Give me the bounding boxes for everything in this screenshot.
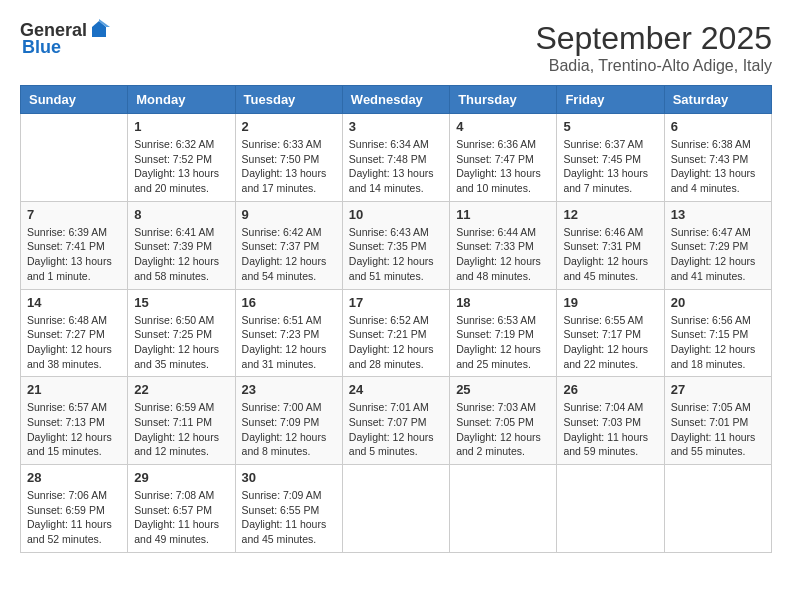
calendar-cell: 28Sunrise: 7:06 AMSunset: 6:59 PMDayligh… <box>21 465 128 553</box>
day-number: 28 <box>27 470 121 485</box>
day-number: 30 <box>242 470 336 485</box>
day-info: Sunrise: 6:53 AMSunset: 7:19 PMDaylight:… <box>456 313 550 372</box>
day-info: Sunrise: 6:46 AMSunset: 7:31 PMDaylight:… <box>563 225 657 284</box>
calendar-cell: 21Sunrise: 6:57 AMSunset: 7:13 PMDayligh… <box>21 377 128 465</box>
day-info: Sunrise: 6:41 AMSunset: 7:39 PMDaylight:… <box>134 225 228 284</box>
day-number: 10 <box>349 207 443 222</box>
calendar-cell: 25Sunrise: 7:03 AMSunset: 7:05 PMDayligh… <box>450 377 557 465</box>
day-number: 11 <box>456 207 550 222</box>
day-number: 6 <box>671 119 765 134</box>
day-info: Sunrise: 6:52 AMSunset: 7:21 PMDaylight:… <box>349 313 443 372</box>
day-number: 22 <box>134 382 228 397</box>
day-number: 26 <box>563 382 657 397</box>
day-info: Sunrise: 6:57 AMSunset: 7:13 PMDaylight:… <box>27 400 121 459</box>
day-number: 24 <box>349 382 443 397</box>
day-info: Sunrise: 7:04 AMSunset: 7:03 PMDaylight:… <box>563 400 657 459</box>
logo-blue-text: Blue <box>22 37 61 58</box>
day-number: 4 <box>456 119 550 134</box>
calendar-cell: 2Sunrise: 6:33 AMSunset: 7:50 PMDaylight… <box>235 114 342 202</box>
calendar-cell: 18Sunrise: 6:53 AMSunset: 7:19 PMDayligh… <box>450 289 557 377</box>
calendar-cell: 27Sunrise: 7:05 AMSunset: 7:01 PMDayligh… <box>664 377 771 465</box>
day-number: 12 <box>563 207 657 222</box>
day-info: Sunrise: 7:03 AMSunset: 7:05 PMDaylight:… <box>456 400 550 459</box>
day-info: Sunrise: 7:09 AMSunset: 6:55 PMDaylight:… <box>242 488 336 547</box>
calendar-week-row: 1Sunrise: 6:32 AMSunset: 7:52 PMDaylight… <box>21 114 772 202</box>
day-info: Sunrise: 6:47 AMSunset: 7:29 PMDaylight:… <box>671 225 765 284</box>
day-info: Sunrise: 6:55 AMSunset: 7:17 PMDaylight:… <box>563 313 657 372</box>
calendar-cell <box>342 465 449 553</box>
header-day-wednesday: Wednesday <box>342 86 449 114</box>
day-info: Sunrise: 7:05 AMSunset: 7:01 PMDaylight:… <box>671 400 765 459</box>
calendar-cell: 8Sunrise: 6:41 AMSunset: 7:39 PMDaylight… <box>128 201 235 289</box>
day-number: 8 <box>134 207 228 222</box>
calendar-cell: 4Sunrise: 6:36 AMSunset: 7:47 PMDaylight… <box>450 114 557 202</box>
day-info: Sunrise: 6:42 AMSunset: 7:37 PMDaylight:… <box>242 225 336 284</box>
calendar-cell: 19Sunrise: 6:55 AMSunset: 7:17 PMDayligh… <box>557 289 664 377</box>
day-info: Sunrise: 6:36 AMSunset: 7:47 PMDaylight:… <box>456 137 550 196</box>
calendar-cell: 13Sunrise: 6:47 AMSunset: 7:29 PMDayligh… <box>664 201 771 289</box>
calendar-cell: 9Sunrise: 6:42 AMSunset: 7:37 PMDaylight… <box>235 201 342 289</box>
calendar-cell: 24Sunrise: 7:01 AMSunset: 7:07 PMDayligh… <box>342 377 449 465</box>
calendar-cell: 23Sunrise: 7:00 AMSunset: 7:09 PMDayligh… <box>235 377 342 465</box>
day-number: 19 <box>563 295 657 310</box>
calendar-cell: 3Sunrise: 6:34 AMSunset: 7:48 PMDaylight… <box>342 114 449 202</box>
calendar-header-row: SundayMondayTuesdayWednesdayThursdayFrid… <box>21 86 772 114</box>
calendar-week-row: 28Sunrise: 7:06 AMSunset: 6:59 PMDayligh… <box>21 465 772 553</box>
calendar-cell: 7Sunrise: 6:39 AMSunset: 7:41 PMDaylight… <box>21 201 128 289</box>
day-info: Sunrise: 6:32 AMSunset: 7:52 PMDaylight:… <box>134 137 228 196</box>
calendar-cell: 5Sunrise: 6:37 AMSunset: 7:45 PMDaylight… <box>557 114 664 202</box>
day-info: Sunrise: 6:48 AMSunset: 7:27 PMDaylight:… <box>27 313 121 372</box>
day-number: 18 <box>456 295 550 310</box>
calendar-cell <box>450 465 557 553</box>
calendar-week-row: 14Sunrise: 6:48 AMSunset: 7:27 PMDayligh… <box>21 289 772 377</box>
day-number: 25 <box>456 382 550 397</box>
day-number: 1 <box>134 119 228 134</box>
day-info: Sunrise: 7:06 AMSunset: 6:59 PMDaylight:… <box>27 488 121 547</box>
day-info: Sunrise: 6:34 AMSunset: 7:48 PMDaylight:… <box>349 137 443 196</box>
day-info: Sunrise: 6:33 AMSunset: 7:50 PMDaylight:… <box>242 137 336 196</box>
calendar-cell: 16Sunrise: 6:51 AMSunset: 7:23 PMDayligh… <box>235 289 342 377</box>
day-info: Sunrise: 6:59 AMSunset: 7:11 PMDaylight:… <box>134 400 228 459</box>
calendar-cell: 30Sunrise: 7:09 AMSunset: 6:55 PMDayligh… <box>235 465 342 553</box>
day-number: 5 <box>563 119 657 134</box>
day-number: 21 <box>27 382 121 397</box>
calendar-cell: 6Sunrise: 6:38 AMSunset: 7:43 PMDaylight… <box>664 114 771 202</box>
calendar-cell: 17Sunrise: 6:52 AMSunset: 7:21 PMDayligh… <box>342 289 449 377</box>
calendar-cell <box>21 114 128 202</box>
header-day-thursday: Thursday <box>450 86 557 114</box>
header-day-saturday: Saturday <box>664 86 771 114</box>
day-info: Sunrise: 6:51 AMSunset: 7:23 PMDaylight:… <box>242 313 336 372</box>
day-number: 14 <box>27 295 121 310</box>
day-info: Sunrise: 7:08 AMSunset: 6:57 PMDaylight:… <box>134 488 228 547</box>
calendar-cell: 29Sunrise: 7:08 AMSunset: 6:57 PMDayligh… <box>128 465 235 553</box>
calendar-cell: 11Sunrise: 6:44 AMSunset: 7:33 PMDayligh… <box>450 201 557 289</box>
day-number: 23 <box>242 382 336 397</box>
day-info: Sunrise: 6:38 AMSunset: 7:43 PMDaylight:… <box>671 137 765 196</box>
calendar-cell: 22Sunrise: 6:59 AMSunset: 7:11 PMDayligh… <box>128 377 235 465</box>
calendar-cell: 12Sunrise: 6:46 AMSunset: 7:31 PMDayligh… <box>557 201 664 289</box>
day-info: Sunrise: 6:39 AMSunset: 7:41 PMDaylight:… <box>27 225 121 284</box>
day-info: Sunrise: 7:00 AMSunset: 7:09 PMDaylight:… <box>242 400 336 459</box>
calendar-cell: 14Sunrise: 6:48 AMSunset: 7:27 PMDayligh… <box>21 289 128 377</box>
header-day-friday: Friday <box>557 86 664 114</box>
logo-icon <box>88 19 110 41</box>
calendar-week-row: 21Sunrise: 6:57 AMSunset: 7:13 PMDayligh… <box>21 377 772 465</box>
month-title: September 2025 <box>535 20 772 57</box>
header-day-sunday: Sunday <box>21 86 128 114</box>
day-info: Sunrise: 6:43 AMSunset: 7:35 PMDaylight:… <box>349 225 443 284</box>
day-info: Sunrise: 6:56 AMSunset: 7:15 PMDaylight:… <box>671 313 765 372</box>
day-info: Sunrise: 6:44 AMSunset: 7:33 PMDaylight:… <box>456 225 550 284</box>
header-day-monday: Monday <box>128 86 235 114</box>
day-info: Sunrise: 6:50 AMSunset: 7:25 PMDaylight:… <box>134 313 228 372</box>
header-day-tuesday: Tuesday <box>235 86 342 114</box>
calendar-cell <box>664 465 771 553</box>
header: General Blue September 2025 Badia, Trent… <box>20 20 772 75</box>
day-number: 20 <box>671 295 765 310</box>
calendar-cell: 1Sunrise: 6:32 AMSunset: 7:52 PMDaylight… <box>128 114 235 202</box>
calendar-cell: 15Sunrise: 6:50 AMSunset: 7:25 PMDayligh… <box>128 289 235 377</box>
calendar-cell: 26Sunrise: 7:04 AMSunset: 7:03 PMDayligh… <box>557 377 664 465</box>
calendar: SundayMondayTuesdayWednesdayThursdayFrid… <box>20 85 772 553</box>
day-number: 13 <box>671 207 765 222</box>
day-number: 9 <box>242 207 336 222</box>
calendar-cell <box>557 465 664 553</box>
